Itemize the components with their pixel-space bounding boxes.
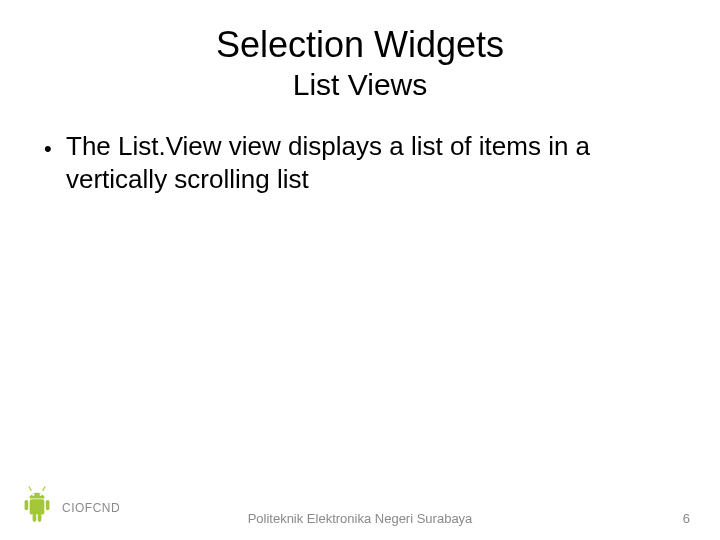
- svg-line-3: [43, 487, 45, 491]
- list-item: The List.View view displays a list of it…: [44, 130, 680, 195]
- svg-rect-5: [25, 500, 29, 510]
- slide-subtitle: List Views: [40, 68, 680, 102]
- bullet-dot-icon: [44, 130, 66, 195]
- svg-point-0: [32, 494, 34, 496]
- page-number: 6: [683, 511, 690, 526]
- slide: Selection Widgets List Views The List.Vi…: [0, 0, 720, 540]
- slide-title: Selection Widgets: [40, 24, 680, 66]
- svg-rect-6: [46, 500, 50, 510]
- svg-point-1: [40, 494, 42, 496]
- bullet-text: The List.View view displays a list of it…: [66, 130, 680, 195]
- bullet-list: The List.View view displays a list of it…: [40, 130, 680, 195]
- footer-text: Politeknik Elektronika Negeri Surabaya: [248, 511, 473, 526]
- svg-line-2: [29, 487, 31, 491]
- footer: Politeknik Elektronika Negeri Surabaya: [0, 511, 720, 526]
